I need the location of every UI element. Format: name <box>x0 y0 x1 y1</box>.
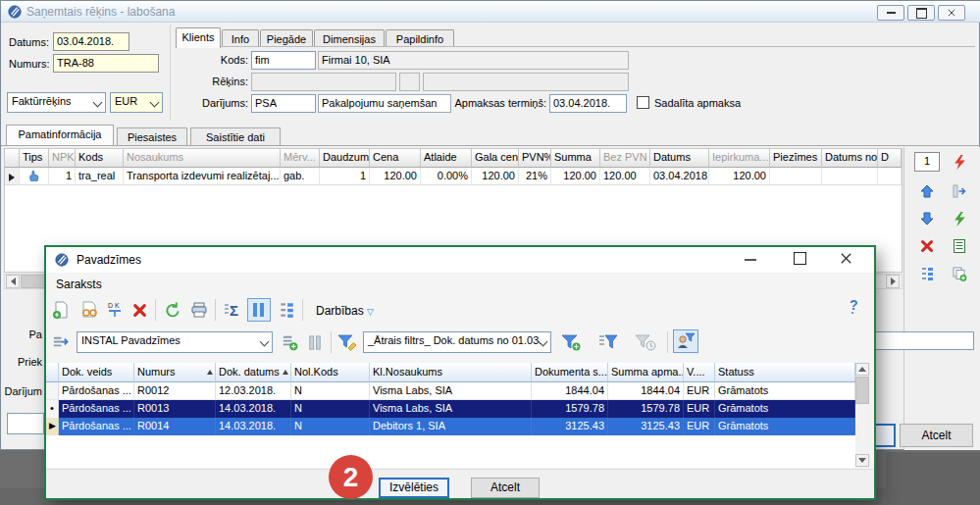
add-view-button[interactable] <box>279 332 300 352</box>
excel-export-button[interactable] <box>952 238 967 254</box>
sum-button[interactable] <box>221 299 242 321</box>
col-daudzums[interactable]: Daudzums <box>320 149 370 168</box>
edit-filter-button[interactable] <box>335 332 359 352</box>
help-button[interactable] <box>848 297 863 315</box>
view-filter-select[interactable]: INSTAL Pavadzīmes <box>77 331 273 353</box>
close-button[interactable] <box>938 5 965 21</box>
darijums-input[interactable]: PSA <box>251 94 316 113</box>
hidden-right-input[interactable] <box>868 331 974 350</box>
doc-type-select[interactable]: Faktūrrēķins <box>7 92 106 113</box>
tab-info[interactable]: Info <box>222 29 259 47</box>
scroll-up-button[interactable] <box>855 363 869 376</box>
col-dokumenta-summa[interactable]: Dokumenta s... <box>532 363 608 382</box>
column-export-button[interactable] <box>952 183 967 199</box>
kods-input[interactable]: fim <box>251 51 316 70</box>
col-datums[interactable]: Datums <box>650 149 709 168</box>
col-npk[interactable]: NPK <box>49 149 76 168</box>
dialog-titlebar[interactable]: Pavadzīmes <box>46 247 874 273</box>
main-cancel-button[interactable]: Atcelt <box>900 424 973 447</box>
scroll-down-button[interactable] <box>855 454 869 467</box>
move-up-button[interactable] <box>919 183 935 199</box>
print-button[interactable] <box>188 299 210 321</box>
col-kods[interactable]: Kods <box>76 149 124 168</box>
sadalita-checkbox[interactable] <box>637 96 649 109</box>
documents-grid[interactable]: Dok. veids Numurs Dok. datums Nol.Kods K… <box>46 363 855 468</box>
col-cena[interactable]: Cena <box>370 149 421 168</box>
columns-view-button[interactable] <box>247 298 271 322</box>
post-button[interactable] <box>952 154 968 171</box>
select-button[interactable]: Izvēlēties <box>379 478 449 498</box>
col-numurs[interactable]: Numurs <box>134 363 216 382</box>
subtab-pamatinformacija[interactable]: Pamatinformācija <box>6 125 114 145</box>
col-dok-veids[interactable]: Dok. veids <box>59 363 134 382</box>
delete-row-button[interactable] <box>919 238 935 254</box>
col-valuta[interactable]: V.... <box>684 363 715 382</box>
dialog-minimize-button[interactable] <box>745 259 756 261</box>
tab-piegade[interactable]: Piegāde <box>260 29 313 47</box>
move-down-button[interactable] <box>919 211 935 227</box>
posting-button[interactable] <box>104 299 126 321</box>
col-piezimes[interactable]: Piezīmes <box>770 149 822 168</box>
tree-view-button[interactable] <box>276 299 297 321</box>
structure-button[interactable] <box>919 266 935 281</box>
minimize-button[interactable] <box>877 5 904 21</box>
view-columns-button[interactable] <box>304 332 326 352</box>
tab-klients[interactable]: Klients <box>176 27 221 48</box>
toolbar-separator <box>155 299 156 321</box>
quick-post-button[interactable] <box>952 211 968 227</box>
col-summa-apmaksai[interactable]: Summa apma... <box>608 363 684 382</box>
col-dok-datums[interactable]: Dok. datums <box>216 363 291 382</box>
col-partial[interactable]: D <box>878 149 902 168</box>
col-statuss[interactable]: Statuss <box>715 363 855 382</box>
col-nol-kods[interactable]: Nol.Kods <box>291 363 370 382</box>
rekins-field-2[interactable] <box>399 73 420 91</box>
dialog-vertical-scrollbar[interactable] <box>855 363 871 468</box>
add-filter-button[interactable] <box>559 332 583 352</box>
col-summa[interactable]: Summa <box>551 149 600 168</box>
scrollbar-thumb[interactable] <box>855 377 869 404</box>
dialog-close-button[interactable] <box>839 251 853 266</box>
new-document-button[interactable] <box>50 299 72 321</box>
actions-dropdown[interactable]: Darbības ▽ <box>316 304 374 318</box>
col-pvn[interactable]: PVN% <box>519 149 551 168</box>
numurs-input[interactable]: TRA-88 <box>53 54 159 73</box>
col-iepirkuma[interactable]: Iepirkuma... <box>709 149 770 168</box>
subtab-saistitie-dati[interactable]: Saistītie dati <box>190 127 281 145</box>
tab-papildinfo[interactable]: Papildinfo <box>386 29 454 47</box>
datums-input[interactable]: 03.04.2018. <box>53 32 129 51</box>
partial-input[interactable] <box>7 413 44 434</box>
maximize-button[interactable] <box>907 5 935 21</box>
scroll-right-button[interactable] <box>886 275 900 288</box>
dialog-maximize-button[interactable] <box>794 252 806 265</box>
refresh-button[interactable] <box>162 299 183 321</box>
col-gala-cena[interactable]: Gala cena <box>472 149 519 168</box>
col-nosaukums[interactable]: Nosaukums <box>124 149 281 168</box>
dialog-cancel-button[interactable]: Atcelt <box>471 478 540 498</box>
rekins-field-1[interactable] <box>251 73 396 91</box>
row-counter-input[interactable]: 1 <box>914 152 940 172</box>
col-merv[interactable]: Mērv... <box>281 149 320 168</box>
currency-select[interactable]: EUR <box>110 92 163 113</box>
toolbar-separator <box>215 299 216 321</box>
scroll-left-button[interactable] <box>6 275 20 288</box>
close-icon <box>947 8 956 18</box>
rekins-field-3[interactable] <box>423 73 629 91</box>
subtab-piesaistes[interactable]: Piesaistes <box>117 127 187 145</box>
col-bez-pvn[interactable]: Bez PVN <box>600 149 650 168</box>
apmaksas-input[interactable]: 03.04.2018. <box>549 94 627 113</box>
export-view-button[interactable] <box>49 332 71 352</box>
menu-saraksts[interactable]: Saraksts <box>56 278 102 291</box>
copy-rows-button[interactable] <box>952 266 967 281</box>
col-kl-nosaukums[interactable]: Kl.Nosaukums <box>370 363 532 382</box>
col-atlaide[interactable]: Atlaide <box>421 149 472 168</box>
col-datums-no[interactable]: Datums no <box>822 149 878 168</box>
col-tips[interactable]: Tips <box>20 149 49 168</box>
tab-dimensijas[interactable]: Dimensijas <box>314 29 385 47</box>
view-document-button[interactable] <box>78 299 100 321</box>
delete-button[interactable] <box>129 299 150 321</box>
user-filter-button[interactable] <box>673 329 698 353</box>
filter-history-button[interactable] <box>633 332 658 352</box>
quick-filter-select[interactable]: _Ātrais filtrs_ Dok. datums no 01.03. <box>363 331 551 353</box>
apply-filter-button[interactable] <box>596 332 620 352</box>
main-titlebar[interactable]: Saņemtais rēķins - labošana <box>1 1 980 23</box>
